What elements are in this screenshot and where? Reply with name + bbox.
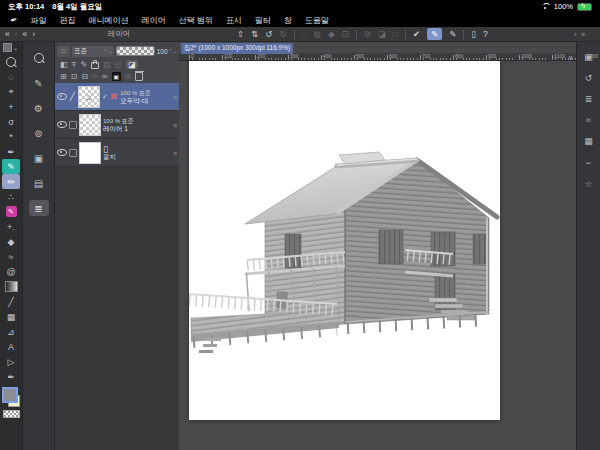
- history-forward-icon[interactable]: ›: [32, 28, 35, 40]
- invert-selection-icon[interactable]: ◪: [378, 28, 386, 40]
- expand-right-icon[interactable]: »: [581, 30, 585, 39]
- chevron-down-icon[interactable]: ∨: [568, 54, 573, 62]
- transparent-color-swatch[interactable]: [3, 410, 20, 418]
- select-rect-icon[interactable]: ⊡: [342, 28, 349, 40]
- marquee-tool[interactable]: ◌: [2, 69, 20, 84]
- app-logo-icon[interactable]: ✒: [9, 14, 19, 26]
- brush-tool[interactable]: ✏: [2, 174, 20, 189]
- lasso-tool[interactable]: σ: [2, 114, 20, 129]
- blend-mode-select[interactable]: 표준 ⌃⌄: [72, 46, 114, 57]
- layer-checkbox[interactable]: [69, 121, 77, 129]
- help-icon[interactable]: ?: [483, 28, 488, 40]
- select-eraser-icon[interactable]: ◆: [328, 28, 335, 40]
- menu-item-4[interactable]: 선택 범위: [179, 15, 213, 26]
- menu-item-2[interactable]: 애니메이션: [89, 15, 129, 26]
- layer-row-1[interactable]: 100 % 표준레이어 1≡: [55, 111, 179, 139]
- document-canvas[interactable]: [189, 60, 500, 420]
- menu-item-3[interactable]: 레이어: [142, 15, 166, 26]
- gradient-tool[interactable]: [2, 279, 20, 294]
- history-back-icon[interactable]: ‹: [15, 28, 18, 40]
- collapse-right-icon[interactable]: ‹: [574, 30, 577, 39]
- layer-row-2[interactable]: ▯용지≡: [55, 139, 179, 167]
- undo-icon[interactable]: ↺: [265, 28, 272, 40]
- material-palette[interactable]: ▤: [29, 175, 49, 191]
- eraser-tool[interactable]: ◆: [2, 234, 20, 249]
- selection-border-icon[interactable]: □: [393, 28, 398, 40]
- pen-tool-icon[interactable]: ✎: [449, 28, 456, 40]
- color-history-palette[interactable]: ⌣: [586, 157, 592, 168]
- snap-pen-icon[interactable]: ✔: [413, 28, 420, 40]
- new-layer-folder-icon[interactable]: ⊟: [81, 72, 88, 81]
- zoom-tool[interactable]: [2, 54, 20, 69]
- color-set-palette[interactable]: ▦: [584, 136, 593, 146]
- redo-icon[interactable]: ↻: [279, 28, 286, 40]
- main-color-swatch[interactable]: [2, 387, 18, 403]
- export-icon[interactable]: ⇧: [237, 28, 244, 40]
- color-wheel-palette[interactable]: ▣: [29, 150, 49, 166]
- layer-mask-settings-icon[interactable]: ◪: [126, 60, 138, 69]
- create-layer-mask-icon[interactable]: ▣: [112, 72, 121, 81]
- edit-history-palette[interactable]: ↺: [585, 73, 593, 83]
- new-vector-layer-icon[interactable]: ⊡: [71, 72, 78, 81]
- pen-tool[interactable]: ✎: [2, 159, 20, 174]
- collapse-panel-left-icon[interactable]: «: [5, 28, 10, 40]
- reference-layer-icon[interactable]: ◱: [115, 60, 123, 69]
- layer-visibility-eye-icon[interactable]: [57, 149, 67, 156]
- layer-palette[interactable]: ≣: [29, 200, 49, 216]
- layer-property-palette[interactable]: ≣: [585, 94, 593, 104]
- draft-layer-icon[interactable]: ✎: [80, 60, 87, 69]
- frame-border-tool[interactable]: ▦: [2, 309, 20, 324]
- document-tab[interactable]: 집2* (1000 x 1000px 300dpi 116.9%): [181, 43, 293, 54]
- layer-thumbnail[interactable]: [79, 142, 101, 164]
- figure-tool[interactable]: +.: [2, 219, 20, 234]
- menu-item-7[interactable]: 창: [284, 15, 292, 26]
- favorites-palette[interactable]: ☆: [584, 179, 592, 189]
- brush-size-palette[interactable]: ⊚: [29, 125, 49, 141]
- auto-select-tool[interactable]: *: [2, 129, 20, 144]
- collapse-panel-left-2-icon[interactable]: «: [23, 28, 28, 40]
- blend-tool[interactable]: ≈: [2, 249, 20, 264]
- menu-item-0[interactable]: 파일: [31, 15, 47, 26]
- menu-item-8[interactable]: 도움말: [305, 15, 329, 26]
- opacity-stepper[interactable]: 100 ⌃⌄: [157, 48, 177, 55]
- canvas-viewport[interactable]: 집2* (1000 x 1000px 300dpi 116.9%) 010020…: [179, 42, 576, 450]
- deselect-icon[interactable]: ⊘: [364, 28, 371, 40]
- layer-row-handle-icon[interactable]: ≡: [173, 93, 177, 100]
- menu-item-6[interactable]: 필터: [255, 15, 271, 26]
- object-tool[interactable]: ⌖: [2, 84, 20, 99]
- lock-transparent-pixels-icon[interactable]: ▨: [103, 60, 111, 69]
- tool-property-palette[interactable]: ⚙: [29, 100, 49, 116]
- color-mixing-palette[interactable]: ≈: [586, 115, 591, 125]
- layer-row-0[interactable]: ╱⌂✓✕100 % 표준오두막-대≡: [55, 83, 179, 111]
- link-layers-icon[interactable]: ∞: [92, 72, 98, 81]
- menu-item-1[interactable]: 편집: [60, 15, 76, 26]
- line-tool[interactable]: ╱: [2, 294, 20, 309]
- companion-device-icon[interactable]: ▯: [471, 28, 476, 40]
- select-lasso-fill-icon[interactable]: ◍: [314, 28, 321, 40]
- clip-to-layer-below-icon[interactable]: Ŧ: [72, 60, 77, 69]
- layer-visibility-eye-icon[interactable]: [57, 121, 67, 128]
- opacity-slider[interactable]: [116, 46, 155, 56]
- combine-layers-icon[interactable]: ∞: [102, 72, 108, 81]
- text-tool[interactable]: A: [2, 339, 20, 354]
- quick-access-palette[interactable]: [29, 50, 49, 66]
- layer-thumbnail[interactable]: [79, 114, 101, 136]
- palette-color-chip[interactable]: □: [57, 46, 70, 57]
- move-tool[interactable]: +: [2, 99, 20, 114]
- blend-through-icon[interactable]: ◧: [60, 60, 68, 69]
- layer-visibility-eye-icon[interactable]: [57, 93, 67, 100]
- new-raster-layer-icon[interactable]: ⊞: [60, 72, 67, 81]
- resize-panel-icon[interactable]: ⇅: [251, 28, 258, 40]
- brush-tool-active-icon[interactable]: ✎: [427, 28, 442, 40]
- airbrush-tool[interactable]: ∴: [2, 189, 20, 204]
- layer-row-handle-icon[interactable]: ≡: [173, 121, 177, 128]
- balloon-tool[interactable]: ▷: [2, 354, 20, 369]
- liquify-tool[interactable]: @: [2, 264, 20, 279]
- tool-set-selector[interactable]: ⌄: [3, 43, 19, 52]
- flow-tool[interactable]: ⊿: [2, 324, 20, 339]
- select-area-icon[interactable]: ◌: [302, 28, 307, 40]
- menu-item-5[interactable]: 표시: [226, 15, 242, 26]
- duplicate-layer-icon[interactable]: ⊞: [125, 72, 132, 81]
- lock-layer-icon[interactable]: [91, 62, 99, 69]
- decoration-tool[interactable]: ✎: [2, 204, 20, 219]
